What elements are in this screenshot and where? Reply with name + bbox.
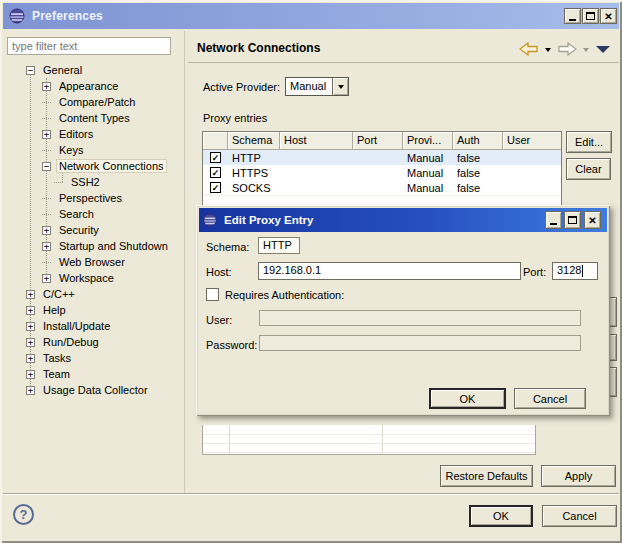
password-field <box>259 335 581 351</box>
row-checkbox[interactable]: ✓ <box>210 182 221 193</box>
active-provider-label: Active Provider: <box>203 81 280 93</box>
cancel-button[interactable]: Cancel <box>542 505 617 527</box>
tree-item-usage-data-collector[interactable]: +Usage Data Collector <box>0 382 183 398</box>
tree-item-c-c-[interactable]: +C/C++ <box>0 286 183 302</box>
dialog-cancel-button[interactable]: Cancel <box>514 388 586 409</box>
maximize-button[interactable] <box>582 8 599 24</box>
clear-button[interactable]: Clear <box>566 158 611 180</box>
expand-icon[interactable]: + <box>26 306 35 315</box>
expand-icon[interactable]: + <box>42 226 51 235</box>
port-field[interactable]: 3128 <box>552 262 598 280</box>
expand-icon[interactable]: + <box>26 370 35 379</box>
checkbox-cell: ✓ <box>203 152 228 163</box>
expand-icon[interactable]: + <box>42 130 51 139</box>
tree-connector <box>42 102 51 103</box>
cell-auth: false <box>453 152 503 164</box>
close-button[interactable]: ✕ <box>600 8 617 24</box>
tree-item-content-types[interactable]: Content Types <box>0 110 183 126</box>
port-value: 3128 <box>557 264 581 276</box>
tree-item-install-update[interactable]: +Install/Update <box>0 318 183 334</box>
dialog-minimize-button[interactable] <box>545 211 562 229</box>
tree-item-label: Network Connections <box>56 159 167 173</box>
combo-dropdown-button[interactable] <box>332 78 348 95</box>
tree-item-security[interactable]: +Security <box>0 222 183 238</box>
proxy-row-https[interactable]: ✓HTTPSManualfalse <box>203 165 561 180</box>
proxy-bypass-table[interactable] <box>202 425 536 455</box>
expand-icon[interactable]: + <box>26 338 35 347</box>
back-history-dropdown[interactable] <box>543 46 552 54</box>
help-icon: ? <box>20 507 28 522</box>
tree-item-workspace[interactable]: +Workspace <box>0 270 183 286</box>
tree-connector <box>54 182 63 183</box>
tree-item-general[interactable]: −General <box>0 62 183 78</box>
edit-proxy-entry-dialog: Edit Proxy Entry ✕ Schema: HTTP Host: 19… <box>196 205 610 416</box>
tree-item-compare-patch[interactable]: Compare/Patch <box>0 94 183 110</box>
minimize-button[interactable] <box>564 8 581 24</box>
tree-item-network-connections[interactable]: −Network Connections <box>0 158 183 174</box>
tree-item-label: Perspectives <box>56 191 125 205</box>
restore-defaults-button[interactable]: Restore Defaults <box>440 465 533 487</box>
help-button[interactable]: ? <box>13 504 34 525</box>
active-provider-select[interactable]: Manual <box>285 77 349 96</box>
collapse-icon[interactable]: − <box>42 162 51 171</box>
expand-icon[interactable]: + <box>26 290 35 299</box>
table-gridline <box>203 434 535 435</box>
titlebar[interactable]: Preferences ✕ <box>3 3 619 29</box>
tree-item-perspectives[interactable]: Perspectives <box>0 190 183 206</box>
column-header-checkbox[interactable] <box>203 132 228 150</box>
tree-item-appearance[interactable]: +Appearance <box>0 78 183 94</box>
tree-item-ssh2[interactable]: SSH2 <box>0 174 183 190</box>
forward-button[interactable] <box>556 41 578 57</box>
tree-item-editors[interactable]: +Editors <box>0 126 183 142</box>
expand-icon[interactable]: + <box>26 354 35 363</box>
host-field[interactable]: 192.168.0.1 <box>258 262 521 280</box>
expand-icon[interactable]: + <box>42 274 51 283</box>
tree-item-keys[interactable]: Keys <box>0 142 183 158</box>
tree-item-tasks[interactable]: +Tasks <box>0 350 183 366</box>
view-menu-icon <box>596 46 610 53</box>
minimize-icon <box>569 19 576 21</box>
tree-item-startup-and-shutdown[interactable]: +Startup and Shutdown <box>0 238 183 254</box>
column-header-auth[interactable]: Auth <box>453 132 503 150</box>
dialog-maximize-button[interactable] <box>564 211 581 229</box>
expand-icon[interactable]: + <box>42 82 51 91</box>
forward-history-dropdown[interactable] <box>581 46 590 54</box>
edit-button[interactable]: Edit... <box>566 131 612 153</box>
collapse-icon[interactable]: − <box>26 66 35 75</box>
tree-item-help[interactable]: +Help <box>0 302 183 318</box>
expand-icon[interactable]: + <box>42 242 51 251</box>
proxy-entries-table[interactable]: SchemaHostPortProvi...AuthUser✓HTTPManua… <box>202 131 562 207</box>
apply-button[interactable]: Apply <box>541 465 616 487</box>
row-checkbox[interactable]: ✓ <box>210 152 221 163</box>
back-button[interactable] <box>518 41 540 57</box>
tree-item-run-debug[interactable]: +Run/Debug <box>0 334 183 350</box>
row-checkbox[interactable]: ✓ <box>210 167 221 178</box>
proxy-row-http[interactable]: ✓HTTPManualfalse <box>203 150 561 165</box>
ok-button[interactable]: OK <box>469 505 533 527</box>
column-header-port[interactable]: Port <box>353 132 403 150</box>
cell-schema: SOCKS <box>228 182 280 194</box>
table-gridline <box>203 452 535 453</box>
dialog-close-button[interactable]: ✕ <box>584 211 601 229</box>
table-gridline <box>203 443 535 444</box>
tree-item-label: Run/Debug <box>40 335 102 349</box>
view-menu-button[interactable] <box>595 44 611 54</box>
tree-item-team[interactable]: +Team <box>0 366 183 382</box>
panel-sash[interactable] <box>184 31 185 493</box>
expand-icon[interactable]: + <box>26 322 35 331</box>
column-header-user[interactable]: User <box>503 132 562 150</box>
tree-item-label: Workspace <box>56 271 117 285</box>
requires-auth-checkbox[interactable] <box>206 288 219 301</box>
tree-item-label: Search <box>56 207 97 221</box>
filter-input[interactable] <box>7 37 171 55</box>
tree-item-search[interactable]: Search <box>0 206 183 222</box>
column-header-provi-[interactable]: Provi... <box>403 132 453 150</box>
column-header-host[interactable]: Host <box>280 132 353 150</box>
proxy-row-socks[interactable]: ✓SOCKSManualfalse <box>203 180 561 195</box>
header-separator <box>188 62 619 63</box>
dialog-ok-button[interactable]: OK <box>429 388 506 409</box>
tree-item-web-browser[interactable]: Web Browser <box>0 254 183 270</box>
column-header-schema[interactable]: Schema <box>228 132 280 150</box>
tree-item-label: General <box>40 63 85 77</box>
expand-icon[interactable]: + <box>26 386 35 395</box>
